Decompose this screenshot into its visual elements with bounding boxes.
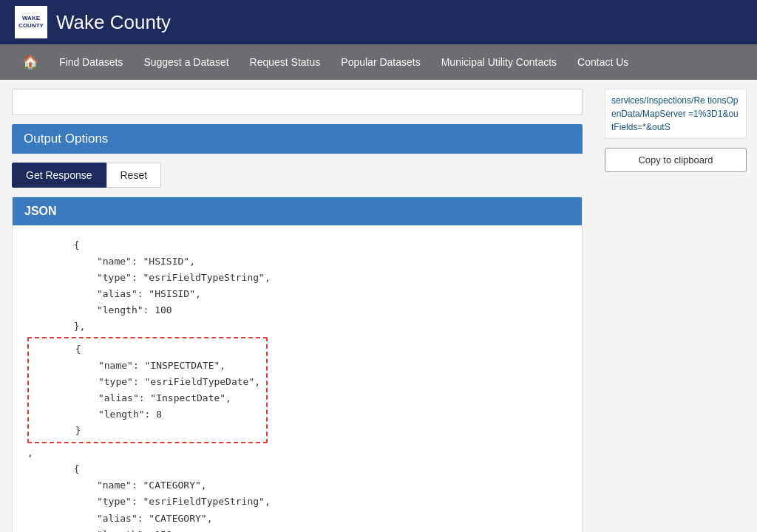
nav-suggest-dataset[interactable]: Suggest a Dataset [133,44,239,80]
logo-text: WAKE COUNTY [15,15,47,29]
nav-municipal-utility[interactable]: Municipal Utility Contacts [431,44,567,80]
right-sidebar: services/Inspections/Re tionsOpenData/Ma… [594,80,757,532]
nav-request-status[interactable]: Request Status [240,44,331,80]
output-options-section: Output Options [12,124,583,154]
json-highlight-content: { "name": "INSPECTDATE", "type": "esriFi… [29,341,260,440]
copy-to-clipboard-button[interactable]: Copy to clipboard [605,148,747,172]
nav-home-button[interactable]: 🏠 [12,54,49,70]
nav-contact-us[interactable]: Contact Us [567,44,639,80]
nav-find-datasets[interactable]: Find Datasets [49,44,133,80]
json-body: { "name": "HSISID", "type": "esriFieldTy… [13,225,582,532]
get-response-button[interactable]: Get Response [12,163,106,188]
site-title: Wake County [56,11,171,34]
json-content-after: , { "name": "CATEGORY", "type": "esriFie… [27,445,567,532]
main-nav: 🏠 Find Datasets Suggest a Dataset Reques… [0,44,757,80]
logo-area: WAKE COUNTY Wake County [15,6,171,38]
page-header: WAKE COUNTY Wake County [0,0,757,44]
content-area: Output Options Get Response Reset JSON {… [0,80,594,532]
json-highlighted-block: { "name": "INSPECTDATE", "type": "esriFi… [27,337,268,444]
action-buttons: Get Response Reset [12,163,583,188]
json-section-header: JSON [13,197,582,225]
reset-button[interactable]: Reset [106,163,162,188]
url-snippet: services/Inspections/Re tionsOpenData/Ma… [605,89,747,139]
nav-popular-datasets[interactable]: Popular Datasets [330,44,430,80]
url-bar[interactable] [12,89,583,115]
logo-box: WAKE COUNTY [15,6,47,38]
json-section: JSON { "name": "HSISID", "type": "esriFi… [12,197,583,532]
main-container: Output Options Get Response Reset JSON {… [0,80,757,532]
output-options-header: Output Options [12,124,583,154]
json-content-before: { "name": "HSISID", "type": "esriFieldTy… [27,237,567,335]
